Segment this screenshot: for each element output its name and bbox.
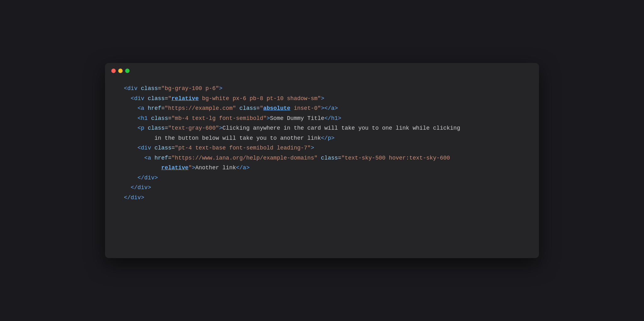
minimize-button[interactable] (118, 69, 123, 73)
a-text: Another link (195, 165, 236, 171)
equals: = (165, 95, 168, 102)
attr-name: class (148, 125, 165, 131)
bracket: < (137, 145, 141, 151)
tag-name: div (134, 95, 144, 102)
tag-name: div (141, 145, 151, 151)
attr-value: " (168, 95, 171, 102)
attr-name: class (148, 95, 165, 102)
code-line-5: <p class="text-gray-600">Clicking anywhe… (124, 123, 520, 133)
bracket: > (335, 105, 338, 111)
equals: = (168, 155, 171, 161)
bracket: > (246, 165, 250, 171)
bracket: > (331, 135, 335, 141)
code-line-11: </div> (124, 183, 520, 193)
bracket: </ (124, 194, 131, 201)
code-line-2: <div class="relative bg-white px-6 pb-8 … (124, 94, 520, 104)
equals: = (338, 155, 341, 161)
attr-value: " (188, 165, 192, 171)
attr-value: "https://example.com" (165, 105, 236, 111)
h1-text: Some Dummy Title (270, 115, 325, 121)
code-line-3: <a href="https://example.com" class="abs… (124, 104, 520, 114)
bracket: < (137, 115, 141, 121)
attr-value: inset-0" (290, 105, 321, 111)
attr-name: href (154, 155, 168, 161)
attr-value: "mb-4 text-lg font-semibold" (171, 115, 266, 121)
tag-name: a (141, 105, 144, 111)
attr-name: class (151, 115, 168, 121)
bracket: < (137, 105, 141, 111)
attr-value: "pt-4 text-base font-semibold leading-7" (175, 145, 311, 151)
titlebar (105, 63, 539, 77)
tag-name: a (243, 165, 246, 171)
code-line-6: in the button below will take you to ano… (124, 133, 520, 144)
bracket: < (137, 125, 141, 131)
attr-value: " (260, 105, 263, 111)
bracket: > (321, 95, 325, 102)
tag-name: h1 (331, 115, 338, 121)
tag-name: p (328, 135, 331, 141)
keyword-relative-2: relative (161, 165, 188, 171)
bracket: > (311, 145, 314, 151)
p-text-1: Clicking anywhere in the card will take … (222, 125, 460, 131)
bracket: </ (236, 165, 243, 171)
attr-name: class (321, 155, 338, 161)
close-button[interactable] (111, 69, 116, 73)
bracket: > (219, 125, 223, 131)
tag-name: div (127, 85, 137, 92)
tag-name: div (137, 184, 147, 191)
code-line-10: </div> (124, 173, 520, 183)
attr-value: "bg-gray-100 p-6" (161, 85, 219, 92)
maximize-button[interactable] (125, 69, 130, 73)
attr-value: "text-sky-500 hover:text-sky-600 (341, 155, 450, 161)
tag-name: p (141, 125, 144, 131)
equals: = (158, 85, 161, 92)
attr-value: "https://www.iana.org/help/example-domai… (171, 155, 317, 161)
attr-name: class (154, 145, 171, 151)
attr-value: "text-gray-600" (168, 125, 219, 131)
code-line-7: <div class="pt-4 text-base font-semibold… (124, 143, 520, 153)
bracket: > (141, 194, 144, 201)
attr-value: bg-white px-6 pb-8 pt-10 shadow-sm" (199, 95, 321, 102)
attr-name: href (148, 105, 161, 111)
equals: = (165, 125, 168, 131)
bracket: < (124, 85, 127, 92)
tag-name: a (331, 105, 335, 111)
code-line-4: <h1 class="mb-4 text-lg font-semibold">S… (124, 114, 520, 124)
bracket: </ (137, 175, 144, 181)
code-line-12: </div> (124, 193, 520, 203)
bracket: </ (321, 135, 328, 141)
keyword-absolute: absolute (263, 105, 290, 111)
bracket: < (131, 95, 134, 102)
tag-name: div (144, 175, 154, 181)
tag-name: h1 (141, 115, 148, 121)
attr-name: class (141, 85, 158, 92)
bracket: > (219, 85, 223, 92)
bracket: </ (324, 115, 331, 121)
equals: = (256, 105, 260, 111)
bracket: > (154, 175, 158, 181)
bracket: > (148, 184, 151, 191)
equals: = (168, 115, 171, 121)
bracket: ></ (321, 105, 331, 111)
bracket: > (267, 115, 270, 121)
keyword-relative: relative (171, 95, 198, 102)
equals: = (171, 145, 175, 151)
equals: = (161, 105, 165, 111)
code-line-1: <div class="bg-gray-100 p-6"> (124, 84, 520, 94)
tag-name: div (131, 194, 141, 201)
code-content: <div class="bg-gray-100 p-6"> <div class… (105, 77, 539, 215)
bracket: </ (131, 184, 138, 191)
attr-name: class (239, 105, 256, 111)
tag-name: a (148, 155, 151, 161)
code-line-9: relative">Another link</a> (124, 163, 520, 173)
code-line-8: <a href="https://www.iana.org/help/examp… (124, 153, 520, 163)
bracket: > (338, 115, 341, 121)
p-text-2: in the button below will take you to ano… (154, 135, 321, 141)
bracket: > (192, 165, 195, 171)
bracket: < (144, 155, 148, 161)
code-editor-window: <div class="bg-gray-100 p-6"> <div class… (105, 63, 539, 258)
